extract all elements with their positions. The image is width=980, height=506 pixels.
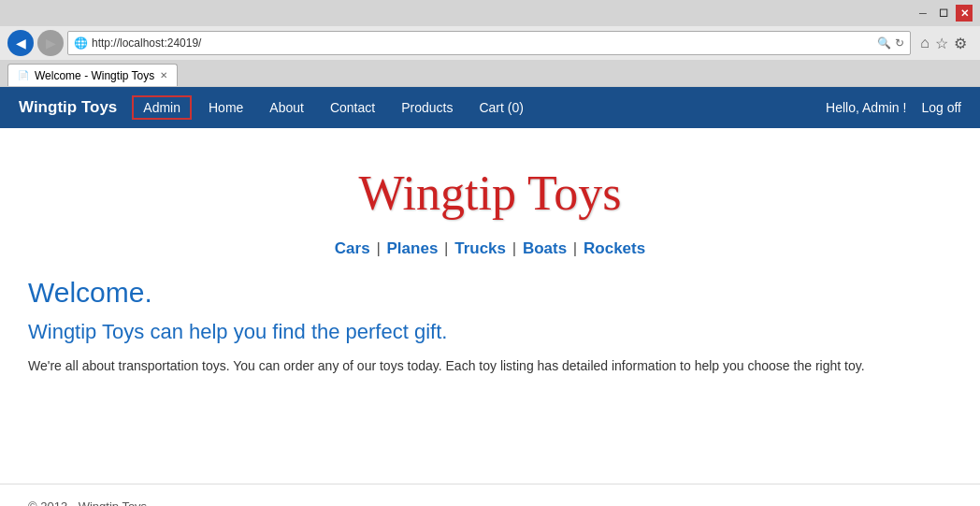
address-refresh-button[interactable]: ↻: [895, 36, 904, 50]
browser-chrome: ─ ☐ ✕ ◀ ▶ 🌐 http://localhost:24019/ 🔍 ↻ …: [0, 0, 980, 87]
back-button[interactable]: ◀: [7, 30, 34, 56]
tab-bar: 📄 Welcome - Wingtip Toys ✕: [0, 60, 980, 86]
tab-favicon: 📄: [18, 70, 29, 80]
toolbar-icons: ⌂ ☆ ⚙: [915, 35, 973, 52]
category-rockets-link[interactable]: Rockets: [584, 239, 645, 257]
nav-links: Home About Contact Products Cart (0): [195, 87, 537, 128]
welcome-heading: Welcome.: [28, 277, 952, 309]
back-icon: ◀: [16, 36, 26, 51]
site-footer: © 2013 - Wingtip Toys: [0, 484, 980, 506]
nav-right: Hello, Admin ! Log off: [826, 100, 961, 115]
title-bar: ─ ☐ ✕: [0, 0, 980, 26]
site-title: Wingtip Toys: [359, 166, 622, 221]
sep-3: |: [508, 239, 516, 257]
navigation-bar: ◀ ▶ 🌐 http://localhost:24019/ 🔍 ↻ ⌂ ☆ ⚙: [0, 26, 980, 60]
close-button[interactable]: ✕: [956, 5, 973, 22]
admin-button[interactable]: Admin: [132, 95, 192, 120]
home-icon[interactable]: ⌂: [920, 35, 930, 51]
forward-button[interactable]: ▶: [37, 30, 64, 56]
sep-1: |: [372, 239, 381, 257]
maximize-button[interactable]: ☐: [935, 5, 952, 22]
nav-products-link[interactable]: Products: [388, 87, 466, 128]
category-planes-link[interactable]: Planes: [387, 239, 439, 257]
footer-text: © 2013 - Wingtip Toys: [28, 499, 147, 506]
nav-contact-link[interactable]: Contact: [317, 87, 388, 128]
welcome-body-text: We're all about transportation toys. You…: [28, 355, 916, 376]
address-icon: 🌐: [74, 36, 88, 50]
tab-title: Welcome - Wingtip Toys: [35, 69, 154, 82]
welcome-subheading: Wingtip Toys can help you find the perfe…: [28, 320, 952, 344]
category-cars-link[interactable]: Cars: [335, 239, 370, 257]
active-tab[interactable]: 📄 Welcome - Wingtip Toys ✕: [7, 64, 178, 86]
category-links: Cars | Planes | Trucks | Boats | Rockets: [28, 230, 952, 277]
address-search-button[interactable]: 🔍: [877, 36, 891, 50]
window-controls: ─ ☐ ✕: [915, 5, 973, 22]
greeting-text: Hello, Admin !: [826, 100, 906, 115]
site-navigation: Wingtip Toys Admin Home About Contact Pr…: [0, 87, 980, 128]
site-title-area: Wingtip Toys: [28, 147, 952, 230]
nav-home-link[interactable]: Home: [195, 87, 256, 128]
category-boats-link[interactable]: Boats: [523, 239, 567, 257]
tab-close-button[interactable]: ✕: [160, 70, 167, 80]
site-brand-link[interactable]: Wingtip Toys: [19, 98, 117, 117]
nav-about-link[interactable]: About: [256, 87, 317, 128]
address-bar: 🌐 http://localhost:24019/ 🔍 ↻: [67, 31, 911, 55]
logoff-link[interactable]: Log off: [921, 100, 961, 115]
url-text: http://localhost:24019/: [92, 36, 873, 50]
sep-4: |: [569, 239, 577, 257]
minimize-button[interactable]: ─: [915, 5, 931, 22]
favorites-icon[interactable]: ☆: [935, 35, 948, 52]
nav-cart-link[interactable]: Cart (0): [466, 87, 536, 128]
website: Wingtip Toys Admin Home About Contact Pr…: [0, 87, 980, 506]
main-content: Wingtip Toys Cars | Planes | Trucks | Bo…: [0, 128, 980, 484]
sep-2: |: [440, 239, 448, 257]
category-trucks-link[interactable]: Trucks: [454, 239, 506, 257]
forward-icon: ▶: [46, 36, 56, 51]
settings-icon[interactable]: ⚙: [954, 35, 967, 52]
